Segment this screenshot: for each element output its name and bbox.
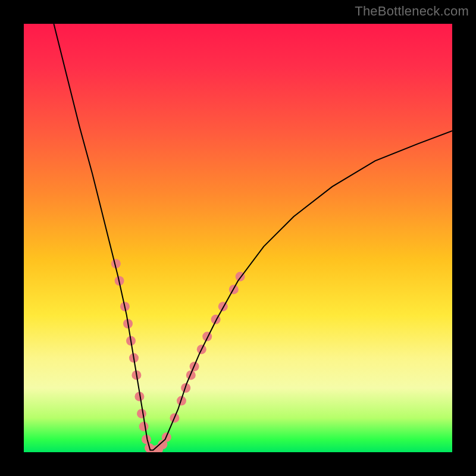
chart-stage: TheBottleneck.com [0,0,476,476]
watermark-text: TheBottleneck.com [355,4,469,19]
marker-dot [202,332,212,342]
chart-svg [24,24,452,452]
marker-dot [137,409,146,418]
marker-dot [139,422,149,431]
plot-area [24,24,452,452]
marker-dot [218,302,228,311]
marker-dots-layer [111,259,245,452]
bottleneck-curve [54,24,452,450]
